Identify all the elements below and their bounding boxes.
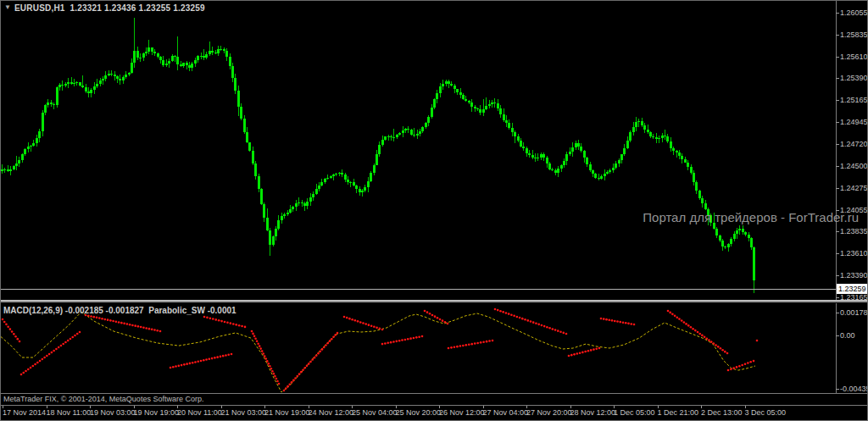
time-axis-label: 19 Nov 19:00	[134, 408, 180, 417]
price-axis-label: 1.24500	[840, 162, 868, 170]
macd-axis-tick	[836, 313, 839, 313]
time-axis-tick	[352, 406, 353, 408]
watermark: Портал для трейдеров - ForTrader.ru	[643, 210, 859, 224]
macd-axis-label: 0.00	[840, 331, 855, 340]
price-axis-label: 1.25165	[840, 96, 868, 104]
price-axis-tick	[836, 188, 839, 189]
price-axis-label: 1.23610	[840, 249, 868, 258]
price-axis-tick	[836, 166, 839, 167]
macd-indicator-chart[interactable]	[1, 303, 836, 393]
time-axis-label: 21 Nov 19:00	[264, 408, 310, 417]
time-axis-label: 21 Nov 03:00	[221, 408, 267, 417]
metatrader-chart-window: ▼ EURUSD,H1 1.23321 1.23436 1.23255 1.23…	[0, 0, 868, 421]
time-axis-tick	[177, 406, 178, 408]
time-axis-label: 1 Dec 21:00	[658, 408, 699, 417]
macd-axis-label: 0.001782	[840, 308, 868, 317]
time-axis-tick	[134, 406, 135, 408]
time-axis-tick	[701, 406, 702, 408]
price-axis-label: 1.23835	[840, 227, 868, 235]
time-axis-label: 1 Dec 05:00	[614, 408, 655, 417]
price-axis-label: 1.24945	[840, 118, 868, 126]
time-axis-label: 19 Nov 03:00	[90, 408, 136, 417]
candlestick-chart[interactable]	[1, 1, 836, 301]
time-axis-tick	[264, 406, 265, 408]
time-axis-label: 18 Nov 11:00	[47, 408, 92, 417]
time-axis-label: 17 Nov 2014	[3, 408, 46, 417]
time-axis-tick	[396, 406, 397, 408]
time-axis-tick	[570, 406, 571, 408]
price-axis-label: 1.25390	[840, 74, 868, 82]
time-axis-label: 25 Nov 04:00	[352, 408, 398, 417]
time-axis-tick	[614, 406, 615, 408]
time-axis-tick	[47, 406, 47, 408]
time-axis-tick	[3, 406, 3, 408]
time-axis-label: 25 Nov 20:00	[396, 408, 442, 417]
price-axis-tick	[836, 144, 839, 145]
price-axis-label: 1.24720	[840, 140, 868, 148]
time-axis-tick	[658, 406, 659, 408]
price-axis-label: 1.25610	[840, 53, 868, 61]
time-axis-label: 27 Nov 04:00	[483, 408, 529, 417]
price-axis-label: 1.23390	[840, 271, 868, 280]
macd-indicator-label: MACD(12,26,9) -0.002185 -0.001827 Parabo…	[3, 306, 236, 315]
price-axis-label: 1.26055	[840, 8, 868, 17]
price-axis-tick	[836, 275, 839, 276]
current-price-tag: 1.23259	[837, 284, 868, 294]
bid-price-line	[1, 289, 836, 290]
time-axis-label: 20 Nov 11:00	[177, 408, 222, 417]
time-axis-tick	[745, 406, 746, 408]
price-axis-label: 1.25835	[840, 30, 868, 39]
divider	[1, 405, 868, 406]
price-axis-tick	[836, 231, 839, 232]
time-axis-label: 24 Nov 12:00	[309, 408, 354, 417]
price-axis-label: 1.24275	[840, 184, 868, 192]
time-axis-label: 26 Nov 12:00	[439, 408, 485, 417]
price-axis-line	[836, 1, 837, 301]
time-axis-label: 2 Dec 13:00	[701, 408, 743, 417]
price-axis-tick	[836, 100, 839, 101]
time-axis-label: 3 Dec 05:00	[745, 408, 787, 417]
price-axis-tick	[836, 13, 839, 14]
copyright-text: MetaTrader FIX, © 2001-2014, MetaQuotes …	[3, 395, 203, 403]
price-axis-tick	[836, 35, 839, 36]
time-axis-label: 28 Nov 12:00	[570, 408, 616, 417]
price-axis-tick	[836, 78, 839, 79]
macd-axis-label: -0.004359	[840, 385, 868, 393]
macd-axis-tick	[836, 389, 839, 390]
price-axis-tick	[836, 253, 839, 254]
price-axis-tick	[836, 297, 839, 298]
time-axis-tick	[90, 406, 91, 408]
divider	[1, 393, 868, 394]
time-axis-tick	[439, 406, 440, 408]
time-axis-tick	[309, 406, 309, 408]
time-axis-tick	[483, 406, 484, 408]
price-axis-tick	[836, 122, 839, 123]
panel-resize-divider[interactable]	[1, 300, 868, 302]
time-axis-label: 27 Nov 20:00	[526, 408, 572, 417]
time-axis-tick	[526, 406, 527, 408]
macd-axis-tick	[836, 335, 839, 336]
price-axis-tick	[836, 57, 839, 58]
time-axis-tick	[221, 406, 222, 408]
macd-axis-line	[836, 303, 837, 393]
